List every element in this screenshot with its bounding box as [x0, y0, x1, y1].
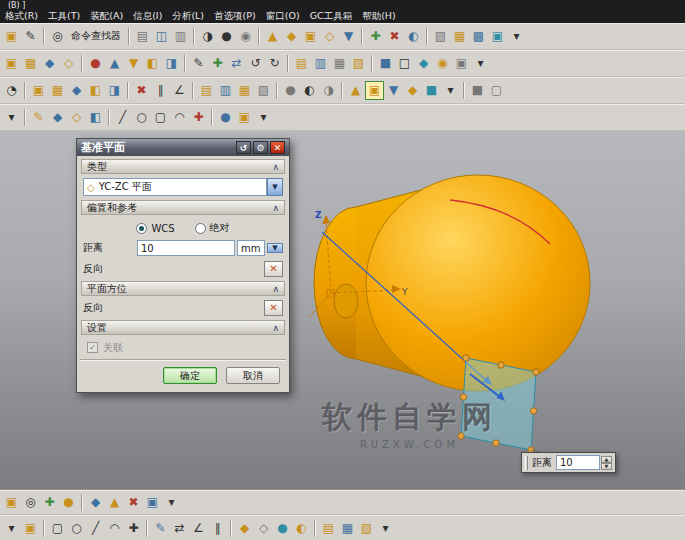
toolbar-icon[interactable]: ▼ [124, 54, 143, 73]
dialog-titlebar[interactable]: 基准平面 ↺ ⚙ ✕ [77, 139, 289, 156]
toolbar-icon[interactable]: ◆ [403, 81, 422, 100]
menu-item[interactable]: 帮助(H) [357, 10, 401, 23]
plane-type-combo[interactable]: ◇ YC-ZC 平面 [83, 178, 267, 196]
menu-item[interactable]: 信息(I) [128, 10, 167, 23]
toolbar-icon[interactable]: ▩ [469, 27, 488, 46]
toolbar-icon[interactable]: ◆ [235, 519, 254, 538]
toolbar-icon[interactable]: ✚ [189, 108, 208, 127]
chevron-up-icon[interactable]: ∧ [272, 284, 279, 294]
toolbar-icon[interactable]: ◎ [48, 27, 67, 46]
section-plane-orientation[interactable]: 平面方位 ∧ [81, 281, 285, 296]
toolbar-icon[interactable]: ● [273, 519, 292, 538]
toolbar-icon[interactable]: ✎ [21, 27, 40, 46]
toolbar-icon[interactable]: ◨ [105, 81, 124, 100]
reverse-direction-button[interactable]: ✕ [264, 261, 283, 277]
toolbar-icon[interactable]: ▤ [292, 54, 311, 73]
toolbar-icon[interactable]: ◆ [40, 54, 59, 73]
toolbar-icon[interactable]: ▲ [105, 54, 124, 73]
toolbar-icon[interactable]: ◆ [86, 493, 105, 512]
toolbar-icon[interactable]: ▣ [2, 27, 21, 46]
toolbar-icon[interactable]: ○ [132, 108, 151, 127]
toolbar-icon[interactable]: ▣ [2, 493, 21, 512]
toolbar-icon[interactable]: ▾ [2, 108, 21, 127]
toolbar-icon[interactable]: ⇄ [170, 519, 189, 538]
spin-up-icon[interactable]: ▲ [601, 456, 612, 463]
toolbar-icon[interactable]: ◧ [143, 54, 162, 73]
toolbar-icon[interactable]: ▦ [21, 54, 40, 73]
popup-distance-input[interactable]: 10 [556, 455, 600, 470]
menu-item[interactable]: 窗口(O) [261, 10, 305, 23]
toolbar-icon[interactable]: ◉ [433, 54, 452, 73]
toolbar-icon[interactable]: ◠ [170, 108, 189, 127]
toolbar-icon[interactable]: ◧ [86, 81, 105, 100]
toolbar-icon[interactable]: ▼ [339, 27, 358, 46]
associative-checkbox[interactable]: ✓ [87, 342, 98, 353]
toolbar-icon[interactable]: ▤ [197, 81, 216, 100]
toolbar-icon[interactable]: ▲ [346, 81, 365, 100]
toolbar-icon[interactable]: ◆ [67, 81, 86, 100]
toolbar-icon[interactable]: ▦ [330, 54, 349, 73]
toolbar-icon[interactable]: ▢ [48, 519, 67, 538]
toolbar-icon[interactable]: ▦ [235, 81, 254, 100]
toolbar-icon[interactable]: ◐ [404, 27, 423, 46]
toolbar-icon[interactable]: ◆ [282, 27, 301, 46]
toolbar-icon[interactable]: ╱ [113, 108, 132, 127]
toolbar-icon[interactable]: ▾ [254, 108, 273, 127]
spin-down-icon[interactable]: ▼ [601, 463, 612, 470]
toolbar-icon[interactable]: ◠ [105, 519, 124, 538]
toolbar-icon[interactable]: ◆ [48, 108, 67, 127]
toolbar-icon[interactable]: ◐ [292, 519, 311, 538]
toolbar-icon[interactable]: ● [217, 27, 236, 46]
toolbar-icon[interactable]: ● [216, 108, 235, 127]
toolbar-icon[interactable]: ▧ [254, 81, 273, 100]
toolbar-icon[interactable]: ◇ [320, 27, 339, 46]
menu-item[interactable]: GC工具箱 [305, 10, 358, 23]
toolbar-icon[interactable]: ▧ [357, 519, 376, 538]
toolbar-icon[interactable]: ✚ [366, 27, 385, 46]
toolbar-icon[interactable]: ▣ [365, 81, 384, 100]
toolbar-icon[interactable]: ▣ [235, 108, 254, 127]
toolbar-icon[interactable]: ▧ [349, 54, 368, 73]
distance-input[interactable]: 10 [137, 240, 235, 256]
toolbar-icon[interactable]: ▼ [384, 81, 403, 100]
toolbar-icon[interactable]: ✚ [40, 493, 59, 512]
plane-type-dropdown-arrow[interactable]: ▼ [267, 178, 283, 196]
radio-wcs[interactable]: WCS [136, 221, 174, 235]
toolbar-icon[interactable]: ▾ [471, 54, 490, 73]
dialog-close-button[interactable]: ✕ [270, 141, 285, 154]
toolbar-icon[interactable]: ↻ [265, 54, 284, 73]
toolbar-icon[interactable]: ▾ [162, 493, 181, 512]
toolbar-icon[interactable]: ▲ [105, 493, 124, 512]
toolbar-icon[interactable]: ▾ [441, 81, 460, 100]
toolbar-icon[interactable]: ◇ [67, 108, 86, 127]
menu-item[interactable]: 首选项(P) [209, 10, 261, 23]
orientation-reverse-button[interactable]: ✕ [264, 300, 283, 316]
toolbar-icon[interactable]: ◫ [152, 27, 171, 46]
menu-item[interactable]: 工具(T) [43, 10, 85, 23]
menu-item[interactable]: 装配(A) [85, 10, 128, 23]
graphics-viewport[interactable]: Z Y [0, 131, 685, 489]
toolbar-icon[interactable]: ⇄ [227, 54, 246, 73]
toolbar-icon[interactable]: ▾ [2, 519, 21, 538]
toolbar-icon[interactable]: ∥ [151, 81, 170, 100]
toolbar-icon[interactable]: ◎ [21, 493, 40, 512]
toolbar-icon[interactable]: ◧ [86, 108, 105, 127]
toolbar-icon[interactable]: ◑ [198, 27, 217, 46]
toolbar-icon[interactable]: ✖ [385, 27, 404, 46]
toolbar-icon[interactable]: ▦ [450, 27, 469, 46]
menu-item[interactable]: 分析(L) [167, 10, 209, 23]
toolbar-icon[interactable]: ▣ [143, 493, 162, 512]
toolbar-icon[interactable]: ◆ [414, 54, 433, 73]
toolbar-icon[interactable]: ◐ [300, 81, 319, 100]
toolbar-icon[interactable]: ◇ [59, 54, 78, 73]
toolbar-icon[interactable]: ▤ [133, 27, 152, 46]
unit-combo[interactable]: mm [237, 240, 265, 256]
toolbar-icon[interactable]: ◔ [2, 81, 21, 100]
toolbar-icon[interactable]: ▣ [301, 27, 320, 46]
toolbar-icon[interactable]: ◇ [254, 519, 273, 538]
chevron-up-icon[interactable]: ∧ [272, 162, 279, 172]
menu-item[interactable]: 格式(R) [0, 10, 43, 23]
toolbar-icon[interactable]: ▣ [452, 54, 471, 73]
toolbar-icon[interactable]: ✚ [124, 519, 143, 538]
toolbar-icon[interactable]: ∠ [189, 519, 208, 538]
